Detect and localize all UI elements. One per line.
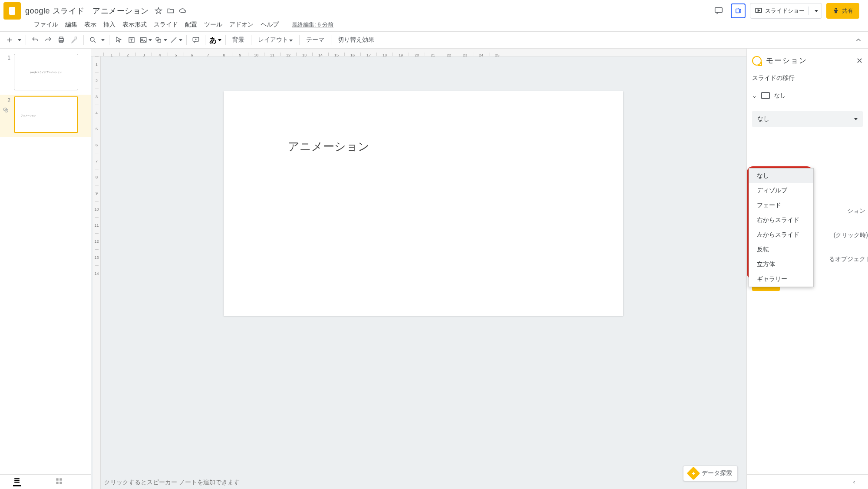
menubar: ファイル 編集 表示 挿入 表示形式 スライド 配置 ツール アドオン ヘルプ …	[0, 18, 868, 31]
transition-option[interactable]: 右からスライド	[749, 213, 813, 228]
svg-rect-17	[14, 482, 20, 482]
svg-rect-18	[56, 478, 58, 480]
slide-number: 2	[3, 96, 10, 133]
transition-option[interactable]: 反転	[749, 242, 813, 257]
slideshow-label: スライドショー	[765, 7, 805, 15]
transition-row[interactable]: ⌄ なし	[752, 89, 863, 102]
slide-preview: google スライド アニメーション	[14, 54, 78, 90]
input-method-button[interactable]: あ	[208, 34, 222, 46]
layout-button[interactable]: レイアウト	[254, 36, 296, 44]
svg-rect-20	[56, 482, 58, 484]
transition-option[interactable]: 左からスライド	[749, 228, 813, 242]
svg-rect-19	[59, 478, 62, 480]
slide-thumb-2[interactable]: 2 アニメーション	[0, 95, 91, 137]
svg-rect-1	[736, 9, 739, 13]
transition-option[interactable]: フェード	[749, 198, 813, 213]
speaker-notes-placeholder[interactable]: クリックするとスピーカー ノートを追加できます	[104, 479, 240, 486]
shape-tool[interactable]	[154, 34, 168, 46]
zoom-caret[interactable]	[100, 34, 106, 46]
select-tool[interactable]	[112, 34, 125, 46]
animation-indicator-icon	[3, 107, 9, 114]
menu-help[interactable]: ヘルプ	[257, 19, 282, 30]
textbox-tool[interactable]	[125, 34, 138, 46]
last-edit-link[interactable]: 最終編集: 6 分前	[288, 19, 337, 30]
cloud-status-icon[interactable]	[178, 7, 187, 15]
transition-option[interactable]: 立方体	[749, 257, 813, 272]
slide-number: 1	[3, 54, 10, 90]
slide-text: アニメーション	[224, 91, 623, 154]
explore-button[interactable]: データ探索	[683, 466, 738, 481]
slideshow-button[interactable]: スライドショー	[750, 3, 822, 19]
collapse-toolbar-button[interactable]	[852, 34, 865, 46]
filmstrip-view-button[interactable]	[13, 478, 21, 486]
line-tool[interactable]	[169, 34, 183, 46]
image-tool[interactable]	[139, 34, 153, 46]
menu-edit[interactable]: 編集	[62, 19, 81, 30]
select-caret-icon	[854, 118, 858, 120]
motion-title: モーション	[766, 56, 807, 66]
menu-view[interactable]: 表示	[81, 19, 100, 30]
close-panel-button[interactable]: ✕	[856, 56, 863, 66]
transition-select[interactable]: なし	[752, 111, 863, 127]
slide-thumb-1[interactable]: 1 google スライド アニメーション	[0, 52, 91, 95]
transition-dropdown: なしディゾルブフェード右からスライド左からスライド反転立方体ギャラリー	[749, 168, 814, 287]
menu-arrange[interactable]: 配置	[182, 19, 201, 30]
menu-tools[interactable]: ツール	[201, 19, 226, 30]
menu-format[interactable]: 表示形式	[119, 19, 150, 30]
hidden-animation-text: ション	[847, 207, 865, 215]
grid-view-button[interactable]	[56, 478, 63, 486]
svg-rect-11	[158, 40, 161, 43]
svg-rect-21	[59, 482, 62, 484]
star-icon[interactable]	[154, 7, 163, 15]
menu-slide[interactable]: スライド	[150, 19, 182, 30]
slide-canvas[interactable]: アニメーション	[224, 91, 623, 316]
present-meet-button[interactable]	[731, 3, 746, 18]
transition-option[interactable]: ディゾルブ	[749, 183, 813, 198]
svg-rect-15	[14, 478, 20, 479]
toolbar: あ 背景 レイアウト テーマ 切り替え効果	[0, 31, 868, 49]
slide-icon	[761, 92, 770, 99]
transition-current: なし	[774, 92, 785, 99]
hidden-click-text: (クリック時)	[834, 231, 868, 239]
slideshow-dropdown-caret[interactable]	[815, 10, 818, 12]
new-slide-button[interactable]	[3, 34, 16, 46]
redo-button[interactable]	[42, 34, 54, 46]
explore-label: データ探索	[702, 469, 732, 477]
transition-section-label: スライドの移行	[752, 74, 863, 82]
comment-tool[interactable]	[190, 34, 202, 46]
hidden-object-text: るオブジェクトを選	[829, 255, 868, 263]
explore-icon	[686, 466, 700, 480]
doc-title[interactable]: google スライド アニメーション	[25, 6, 149, 16]
zoom-button[interactable]	[87, 34, 99, 46]
move-folder-icon[interactable]	[166, 7, 175, 15]
menu-insert[interactable]: 挿入	[100, 19, 119, 30]
canvas-area: 1234567891011121314151617181920212223242…	[91, 49, 746, 489]
svg-rect-16	[14, 480, 20, 481]
vertical-ruler: 1234567891011121314	[93, 56, 101, 489]
share-button[interactable]: 共有	[826, 3, 859, 19]
select-value: なし	[757, 115, 769, 123]
theme-button[interactable]: テーマ	[303, 36, 328, 44]
menu-file[interactable]: ファイル	[30, 19, 62, 30]
horizontal-ruler: 1234567891011121314151617181920212223242…	[91, 49, 746, 56]
motion-panel: モーション ✕ スライドの移行 ⌄ なし なし ション (クリック時) るオブジ…	[746, 49, 868, 489]
background-button[interactable]: 背景	[229, 36, 248, 44]
svg-rect-0	[715, 8, 723, 13]
paint-format-button[interactable]	[68, 34, 80, 46]
print-button[interactable]	[55, 34, 67, 46]
undo-button[interactable]	[29, 34, 41, 46]
transition-option[interactable]: ギャラリー	[749, 272, 813, 287]
comments-icon[interactable]	[711, 3, 726, 19]
share-label: 共有	[842, 7, 853, 15]
transition-button[interactable]: 切り替え効果	[334, 36, 378, 44]
svg-rect-5	[59, 41, 63, 43]
slide-preview: アニメーション	[14, 96, 78, 133]
motion-icon	[752, 56, 762, 66]
svg-point-6	[90, 37, 94, 41]
menu-addons[interactable]: アドオン	[226, 19, 257, 30]
app-slides-icon[interactable]	[3, 2, 21, 20]
new-slide-caret[interactable]	[17, 34, 23, 46]
transition-option[interactable]: なし	[749, 169, 813, 183]
svg-point-10	[156, 37, 159, 41]
chevron-down-icon: ⌄	[752, 93, 757, 99]
